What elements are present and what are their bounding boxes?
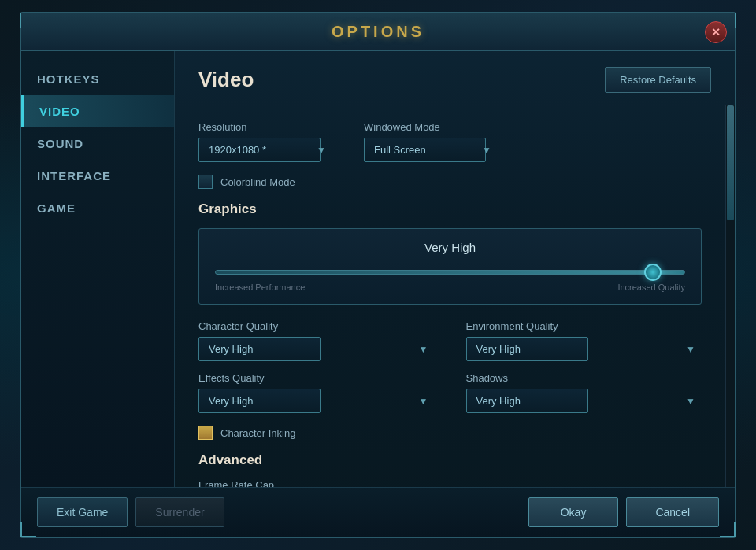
bottom-bar: Exit Game Surrender Okay Cancel [21, 487, 735, 537]
sidebar-item-hotkeys[interactable]: HOTKEYS [21, 63, 174, 95]
restore-defaults-button[interactable]: Restore Defaults [605, 67, 711, 93]
right-panel: Video Restore Defaults Resolution 1920x1… [175, 51, 735, 487]
exit-game-button[interactable]: Exit Game [37, 497, 128, 527]
character-quality-label: Character Quality [198, 320, 435, 332]
character-quality-select-wrapper: Very High High Medium Low ▼ [198, 337, 435, 361]
scrollbar-thumb[interactable] [727, 105, 734, 220]
slider-min-label: Increased Performance [215, 282, 305, 292]
graphics-quality-slider[interactable] [215, 270, 685, 275]
windowed-mode-select[interactable]: Full Screen Windowed Borderless [364, 138, 486, 162]
windowed-mode-label: Windowed Mode [364, 121, 498, 133]
scrollbar-track[interactable] [725, 105, 735, 487]
graphics-slider-container [215, 264, 685, 278]
shadows-select[interactable]: Very High High Medium Low Off [466, 389, 588, 413]
title-bar: OPTIONS ✕ [21, 13, 735, 51]
effects-quality-group: Effects Quality Very High High Medium Lo… [198, 372, 435, 413]
preset-label: Very High [215, 241, 685, 254]
graphics-preset-area: Very High Increased Performance Increase… [198, 228, 702, 305]
character-quality-group: Character Quality Very High High Medium … [198, 320, 435, 361]
effects-quality-select-wrapper: Very High High Medium Low ▼ [198, 389, 435, 413]
resolution-label: Resolution [198, 121, 332, 133]
frame-rate-cap-group: Frame Rate Cap Uncapped 30 FPS 60 FPS 12… [198, 479, 332, 487]
graphics-section-header: Graphics [198, 201, 702, 217]
close-button[interactable]: ✕ [705, 21, 727, 43]
resolution-select-wrapper: 1920x1080 * 1280x720 1024x768 ▼ [198, 138, 332, 162]
character-inking-row: Character Inking [198, 426, 702, 440]
page-title: Video [198, 68, 254, 92]
okay-button[interactable]: Okay [528, 497, 619, 527]
character-quality-select[interactable]: Very High High Medium Low [198, 337, 321, 361]
environment-quality-select[interactable]: Very High High Medium Low [466, 337, 588, 361]
effects-quality-select[interactable]: Very High High Medium Low [198, 389, 321, 413]
quality-grid: Character Quality Very High High Medium … [198, 320, 702, 413]
options-dialog: OPTIONS ✕ HOTKEYS VIDEO SOUND INTERFACE … [20, 12, 736, 538]
resolution-group: Resolution 1920x1080 * 1280x720 1024x768… [198, 121, 332, 162]
windowed-mode-select-wrapper: Full Screen Windowed Borderless ▼ [364, 138, 498, 162]
character-inking-label[interactable]: Character Inking [220, 427, 295, 439]
advanced-section-header: Advanced [198, 452, 702, 468]
main-content: HOTKEYS VIDEO SOUND INTERFACE GAME Video… [21, 51, 735, 487]
sidebar-item-interface[interactable]: INTERFACE [21, 160, 174, 192]
dialog-title: OPTIONS [332, 23, 424, 41]
bottom-right-buttons: Okay Cancel [528, 497, 719, 527]
sidebar-item-video[interactable]: VIDEO [21, 95, 174, 127]
effects-quality-arrow: ▼ [419, 396, 428, 407]
environment-quality-arrow: ▼ [686, 344, 695, 355]
sidebar-item-game[interactable]: GAME [21, 192, 174, 224]
environment-quality-label: Environment Quality [466, 320, 702, 332]
resolution-row: Resolution 1920x1080 * 1280x720 1024x768… [198, 121, 702, 162]
corner-br [720, 522, 736, 537]
shadows-group: Shadows Very High High Medium Low Off ▼ [466, 372, 702, 413]
corner-bl [20, 522, 36, 537]
character-quality-arrow: ▼ [419, 344, 428, 355]
bottom-left-buttons: Exit Game Surrender [37, 497, 224, 527]
shadows-select-wrapper: Very High High Medium Low Off ▼ [466, 389, 702, 413]
windowed-mode-group: Windowed Mode Full Screen Windowed Borde… [364, 121, 498, 162]
colorblind-mode-label[interactable]: Colorblind Mode [220, 176, 295, 188]
frame-rate-row: Frame Rate Cap Uncapped 30 FPS 60 FPS 12… [198, 479, 702, 487]
shadows-label: Shadows [466, 372, 702, 384]
character-inking-checkbox[interactable] [198, 426, 213, 440]
slider-max-label: Increased Quality [617, 282, 685, 292]
effects-quality-label: Effects Quality [198, 372, 435, 384]
slider-labels: Increased Performance Increased Quality [215, 282, 685, 292]
scroll-content: Resolution 1920x1080 * 1280x720 1024x768… [175, 105, 725, 487]
cancel-button[interactable]: Cancel [626, 497, 719, 527]
environment-quality-group: Environment Quality Very High High Mediu… [466, 320, 702, 361]
colorblind-mode-row: Colorblind Mode [198, 175, 702, 189]
frame-rate-cap-label: Frame Rate Cap [198, 479, 332, 487]
content-header: Video Restore Defaults [175, 51, 735, 105]
surrender-button: Surrender [135, 497, 224, 527]
sidebar-item-sound[interactable]: SOUND [21, 127, 174, 160]
colorblind-mode-checkbox[interactable] [198, 175, 213, 189]
sidebar: HOTKEYS VIDEO SOUND INTERFACE GAME [21, 51, 175, 487]
resolution-select[interactable]: 1920x1080 * 1280x720 1024x768 [198, 138, 321, 162]
shadows-arrow: ▼ [686, 396, 695, 407]
environment-quality-select-wrapper: Very High High Medium Low ▼ [466, 337, 702, 361]
